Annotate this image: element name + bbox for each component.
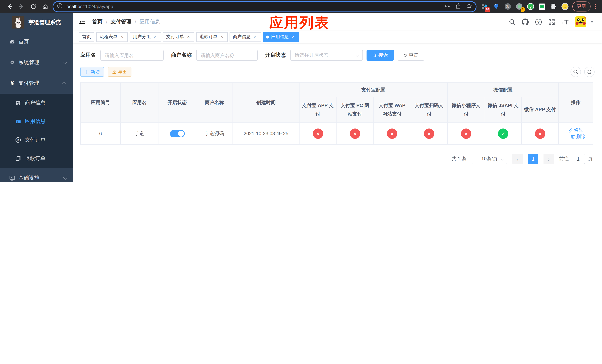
search-button[interactable]: 搜索 [366,50,394,61]
url-text: localhost:1024/pay/app [65,4,441,9]
annotation-app-list: 应用列表 [269,13,330,32]
fullscreen-icon[interactable] [548,19,555,25]
tab-app-info[interactable]: 应用信息× [263,32,299,42]
app-table: 应用编号 应用名 开启状态 商户名称 创建时间 支付宝配置 微信配置 操作 支付… [80,82,593,145]
ext-puzzle-icon[interactable] [550,3,557,10]
tab-home[interactable]: 首页 [79,32,94,42]
sidebar-item-pay[interactable]: ¥ 支付管理 [0,73,73,94]
sidebar-item-infra[interactable]: 基础设施 [0,168,73,182]
ext-command-icon[interactable]: ⌘ [504,3,511,10]
ext-emoji-avatar[interactable] [561,3,569,10]
prev-page-button[interactable]: ‹ [512,154,523,164]
status-select[interactable]: 请选择开启状态 [290,50,363,61]
sidebar-item-pay-order[interactable]: ¥ 支付订单 [0,131,73,149]
site-info-icon[interactable] [57,3,63,10]
status-cross-icon: × [461,128,471,139]
password-key-icon[interactable] [444,3,450,10]
close-icon[interactable]: × [291,34,296,39]
col-status: 开启状态 [158,82,196,122]
browser-update-button[interactable]: 更新 [572,1,591,11]
col-alipay-qr: 支付宝扫码支付 [411,97,447,122]
grid-table-icon [15,118,21,124]
share-icon[interactable] [455,3,461,10]
tab-pay-order[interactable]: 支付订单× [163,32,194,42]
search-icon[interactable] [509,19,515,25]
page-number-1[interactable]: 1 [528,154,538,164]
toggle-search-icon[interactable] [570,67,581,77]
ext-recorder-icon[interactable]: 1 [515,3,523,10]
next-page-button[interactable]: › [544,154,554,164]
svg-text:?: ? [538,20,540,24]
tab-refund-order[interactable]: 退款订单× [196,32,228,42]
sidebar-item-label: 商户信息 [25,100,45,106]
ext-collections-icon[interactable]: 10 [481,3,488,10]
refresh-icon[interactable] [584,67,595,77]
breadcrumb-separator: / [135,19,136,25]
close-icon[interactable]: × [152,34,158,39]
ext-chat-icon[interactable] [538,3,546,10]
sidebar-item-refund-order[interactable]: 退款订单 [0,149,73,168]
chevron-down-icon [356,54,359,57]
breadcrumb-pay[interactable]: 支付管理 [111,19,131,25]
help-icon[interactable]: ? [535,18,542,25]
ext-badge-count: 10 [485,7,490,12]
font-size-icon[interactable] [561,19,569,25]
status-cross-icon: × [350,128,360,139]
col-alipay-app: 支付宝 APP 支付 [299,97,336,122]
sidebar-item-app-info[interactable]: 应用信息 [0,112,73,131]
status-cross-icon: × [535,128,545,139]
app-name-input[interactable] [100,50,164,61]
close-icon[interactable]: × [219,34,224,39]
status-toggle[interactable] [170,130,184,137]
svg-text:y: y [529,4,532,9]
col-create-time: 创建时间 [233,82,299,122]
add-button[interactable]: 新增 [80,67,104,77]
browser-menu-icon[interactable] [593,4,598,9]
github-icon[interactable] [522,18,529,25]
back-icon[interactable] [5,2,14,11]
tab-process-form[interactable]: 流程表单× [96,32,128,42]
cell-actions: 修改 删除 [559,122,593,145]
home-icon[interactable] [40,2,50,11]
delete-link[interactable]: 删除 [570,133,585,140]
reset-button[interactable]: 重置 [398,50,424,61]
sidebar-item-system[interactable]: 系统管理 [0,52,73,73]
active-tab-dot [266,35,269,38]
ext-y-icon[interactable]: y [527,3,534,10]
sidebar-logo[interactable]: 芋道管理系统 [0,13,73,32]
close-icon[interactable]: × [186,34,191,39]
app-title: 芋道管理系统 [29,19,61,26]
filter-form: 应用名 商户名称 开启状态 请选择开启状态 搜索 重置 [80,50,595,61]
close-icon[interactable]: × [119,34,124,39]
breadcrumb-home[interactable]: 首页 [92,19,103,25]
cell-app-id: 6 [81,122,120,145]
merchant-name-input[interactable] [196,50,258,61]
reload-icon[interactable] [29,2,38,11]
bookmark-star-icon[interactable] [466,3,472,10]
tab-merchant-info[interactable]: 商户信息× [230,32,261,42]
avatar-caret-icon[interactable] [590,21,594,23]
logo-rabbit-image [12,16,24,28]
cell-create-time: 2021-10-23 08:49:25 [233,122,299,145]
sidebar-item-home[interactable]: 首页 [0,32,73,52]
user-avatar[interactable] [575,16,586,27]
col-app-name: 应用名 [120,82,158,122]
ext-balloon-icon[interactable] [492,3,500,10]
export-button[interactable]: 导出 [108,67,131,77]
edit-link[interactable]: 修改 [568,127,583,133]
close-icon[interactable]: × [252,34,258,39]
screen: localhost:1024/pay/app 10 [0,0,602,182]
goto-page-input[interactable] [572,154,585,164]
url-bar[interactable]: localhost:1024/pay/app [53,2,476,11]
sidebar-collapse-icon[interactable] [79,19,86,25]
tab-user-group[interactable]: 用户分组× [129,32,161,42]
status-check-icon: ✓ [498,128,508,139]
cell-pay-status: × [336,122,373,145]
page-size-select[interactable]: 10条/页 [472,154,507,164]
col-alipay-pc: 支付宝 PC 网站支付 [336,97,373,122]
sidebar-item-merchant-info[interactable]: 商户信息 [0,94,73,112]
table-toolbar: 新增 导出 [80,67,595,77]
cell-pay-status: × [521,122,559,145]
cell-pay-status: × [411,122,447,145]
forward-icon[interactable] [17,2,26,11]
